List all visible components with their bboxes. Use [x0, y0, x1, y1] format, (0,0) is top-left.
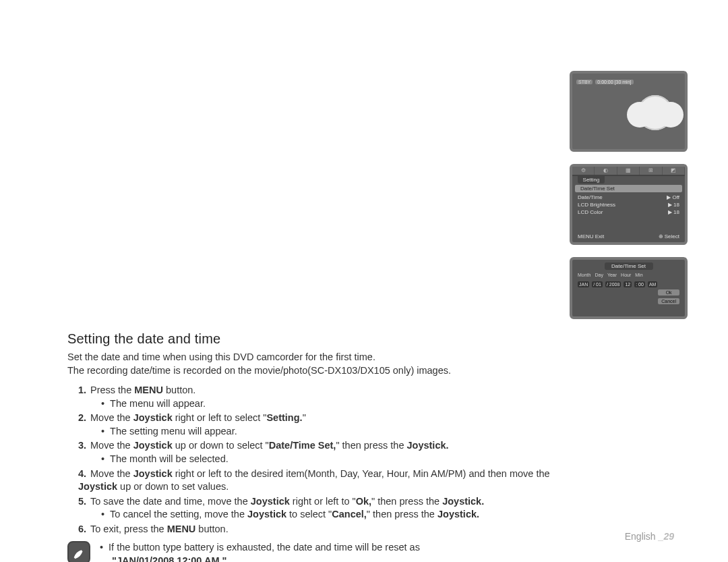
lcd-datetime-set: Date/Time Set Month Day Year Hour Min JA… [570, 257, 688, 319]
step-4: 4.Move the Joystick right or left to the… [78, 468, 580, 494]
instruction-list: 1.Press the MENU button. The menu will a… [78, 384, 580, 536]
step-3: 3.Move the Joystick up or down to select… [78, 439, 580, 466]
intro-line-2: The recording date/time is recorded on t… [67, 364, 580, 378]
footer-language: English [625, 531, 656, 542]
menu-item-datetime-set: Date/Time Set [580, 186, 615, 192]
step-2: 2.Move the Joystick right or left to sel… [78, 412, 580, 438]
ok-button: Ok [658, 289, 679, 296]
lcd-screenshots-column: STBY 0:00:00 [30 min] ⚙◐▦⊞◩ Setting Date… [570, 71, 688, 331]
manual-text-column: Setting the date and time Set the date a… [67, 331, 580, 562]
step-6: 6.To exit, press the MENU button. [78, 523, 580, 536]
note-icon [67, 541, 90, 562]
default-datetime: "JAN/01/2008 12:00 AM." [112, 555, 580, 562]
lcd-settings-menu: ⚙◐▦⊞◩ Setting Date/Time Set Date/Time▶ O… [570, 164, 688, 245]
step-1: 1.Press the MENU button. The menu will a… [78, 384, 580, 410]
note-block: If the button type battery is exhausted,… [67, 541, 580, 562]
menu-tab-label: Setting [578, 176, 605, 184]
footer-page-number: _29 [659, 531, 674, 542]
stby-indicator: STBY [576, 80, 593, 84]
intro-line-1: Set the date and time when using this DV… [67, 351, 580, 364]
cancel-button: Cancel [658, 298, 679, 304]
lcd-preview-standby: STBY 0:00:00 [30 min] [570, 71, 688, 152]
section-heading-setting: Setting the date and time [67, 331, 580, 347]
datetime-dialog-title: Date/Time Set [605, 262, 653, 270]
time-remaining: 0:00:00 [30 min] [595, 80, 633, 84]
flower-image [638, 95, 673, 130]
step-5: 5.To save the date and time, move the Jo… [78, 495, 580, 522]
page-footer: English_29 [625, 531, 674, 542]
